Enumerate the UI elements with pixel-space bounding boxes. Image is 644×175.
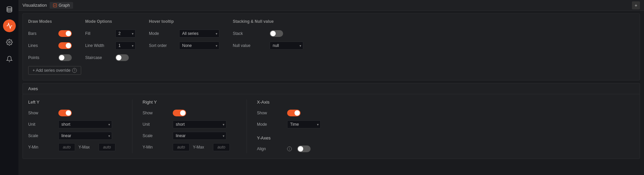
bars-toggle[interactable] [58, 30, 72, 37]
axes-header: Axes [22, 83, 640, 94]
x-axis-mode-select[interactable]: TimeSeriesHistogram [287, 120, 321, 128]
right-y-max-label: Y-Max [193, 145, 210, 150]
left-y-group: Left Y Show Unit shortbyteskbytespercent… [28, 100, 122, 153]
panel-section-top: Draw Modes Bars Lines Points [28, 19, 634, 62]
left-y-minmax-row: Y-Min Y-Max [28, 143, 122, 152]
bars-row: Bars [28, 29, 72, 38]
sidebar-icon-gear[interactable] [3, 36, 16, 49]
x-axis-show-toggle[interactable] [287, 110, 301, 116]
right-y-scale-label: Scale [143, 133, 169, 138]
fill-select-wrap: 20134 ▾ [115, 30, 136, 38]
divider-left-right [132, 100, 132, 153]
add-series-label: + Add series override [33, 68, 70, 73]
svg-point-1 [8, 42, 10, 43]
right-y-scale-select[interactable]: linearlog(base 2)log(base 10) [173, 132, 226, 140]
topbar-tab-graph[interactable]: Graph [50, 2, 73, 9]
null-value-select-wrap: nullconnectednull as zero ▾ [270, 42, 303, 50]
stacking-null-title: Stacking & Null value [233, 19, 303, 24]
y-axes-align-help-icon[interactable]: i [287, 147, 292, 151]
mode-options-group: Mode Options Fill 20134 ▾ Line Width [85, 19, 136, 62]
sidebar [0, 0, 18, 175]
lines-toggle[interactable] [58, 42, 72, 49]
right-y-unit-select-wrap: shortbyteskbytespercent ▾ [173, 120, 226, 128]
visualization-panel: Draw Modes Bars Lines Points [22, 13, 640, 80]
chart-icon [53, 3, 57, 7]
right-y-scale-row: Scale linearlog(base 2)log(base 10) ▾ [143, 131, 236, 140]
right-y-show-label: Show [143, 111, 169, 115]
topbar: Visualization Graph + [18, 0, 644, 11]
axes-title: Axes [28, 86, 38, 91]
stack-toggle[interactable] [270, 30, 283, 37]
sidebar-icon-database[interactable] [3, 3, 16, 16]
left-y-scale-label: Scale [28, 133, 55, 138]
points-label: Points [28, 55, 55, 60]
points-toggle[interactable] [58, 54, 72, 61]
axes-body: Left Y Show Unit shortbyteskbytespercent… [22, 94, 640, 159]
line-width-select-wrap: 12345 ▾ [115, 42, 136, 50]
tooltip-mode-select[interactable]: All seriesSingleHidden [179, 30, 219, 38]
plus-button[interactable]: + [632, 1, 640, 9]
left-y-show-toggle[interactable] [58, 110, 72, 116]
left-y-max-input[interactable] [99, 143, 115, 151]
left-y-scale-select-wrap: linearlog(base 2)log(base 10) ▾ [58, 132, 112, 140]
null-value-row: Null value nullconnectednull as zero ▾ [233, 41, 303, 50]
left-y-max-label: Y-Max [78, 145, 95, 150]
divider-right-x [247, 100, 247, 153]
left-y-unit-row: Unit shortbyteskbytespercent ▾ [28, 120, 122, 129]
y-axes-sub: Y-Axes Align i [257, 135, 331, 153]
x-axis-mode-row: Mode TimeSeriesHistogram ▾ [257, 120, 331, 129]
fill-label: Fill [85, 31, 112, 36]
points-row: Points [28, 53, 72, 62]
right-y-minmax-row: Y-Min Y-Max [143, 143, 236, 152]
lines-label: Lines [28, 43, 55, 48]
mode-options-title: Mode Options [85, 19, 136, 24]
sidebar-icon-bell[interactable] [3, 52, 16, 66]
left-y-show-row: Show [28, 109, 122, 117]
line-width-label: Line Width [85, 43, 112, 48]
line-width-row: Line Width 12345 ▾ [85, 41, 136, 50]
right-y-min-label: Y-Min [143, 145, 169, 150]
draw-modes-group: Draw Modes Bars Lines Points [28, 19, 72, 62]
y-axes-align-toggle[interactable] [297, 145, 311, 152]
add-series-override-button[interactable]: + Add series override ? [28, 66, 81, 75]
left-y-show-label: Show [28, 111, 55, 115]
right-y-unit-select[interactable]: shortbyteskbytespercent [173, 120, 226, 128]
stacking-null-group: Stacking & Null value Stack Null value n… [233, 19, 303, 50]
hover-tooltip-title: Hover tooltip [149, 19, 219, 24]
right-y-max-input[interactable] [213, 143, 230, 151]
sort-order-row: Sort order NoneIncreasingDecreasing ▾ [149, 41, 219, 50]
right-y-title: Right Y [143, 100, 236, 105]
x-axis-mode-select-wrap: TimeSeriesHistogram ▾ [287, 120, 321, 128]
null-value-select[interactable]: nullconnectednull as zero [270, 42, 303, 50]
sidebar-icon-chart[interactable] [3, 19, 16, 32]
sort-order-select-wrap: NoneIncreasingDecreasing ▾ [179, 42, 219, 50]
left-y-scale-select[interactable]: linearlog(base 2)log(base 10) [58, 132, 112, 140]
fill-select[interactable]: 20134 [115, 30, 136, 38]
right-y-unit-row: Unit shortbyteskbytespercent ▾ [143, 120, 236, 129]
left-y-unit-label: Unit [28, 122, 55, 127]
topbar-title: Visualization [22, 3, 47, 8]
left-y-min-input[interactable] [58, 143, 75, 151]
lines-row: Lines [28, 41, 72, 50]
y-axes-align-label: Align [257, 147, 284, 151]
right-y-group: Right Y Show Unit shortbyteskbytespercen… [143, 100, 236, 153]
null-value-label: Null value [233, 43, 266, 48]
line-width-select[interactable]: 12345 [115, 42, 136, 50]
right-y-min-input[interactable] [173, 143, 190, 151]
y-axes-align-row: Align i [257, 144, 331, 153]
x-axis-show-row: Show [257, 109, 331, 117]
staircase-toggle[interactable] [115, 54, 129, 61]
x-axis-mode-label: Mode [257, 122, 284, 127]
tooltip-mode-label: Mode [149, 31, 176, 36]
left-y-unit-select[interactable]: shortbyteskbytespercent [58, 120, 112, 128]
sort-order-label: Sort order [149, 43, 176, 48]
content-area: Draw Modes Bars Lines Points [18, 11, 644, 175]
fill-row: Fill 20134 ▾ [85, 29, 136, 38]
add-series-help-icon[interactable]: ? [72, 68, 77, 73]
stack-row: Stack [233, 29, 303, 38]
left-y-title: Left Y [28, 100, 122, 105]
right-y-show-toggle[interactable] [173, 110, 186, 116]
sort-order-select[interactable]: NoneIncreasingDecreasing [179, 42, 219, 50]
tooltip-mode-select-wrap: All seriesSingleHidden ▾ [179, 30, 219, 38]
svg-point-0 [7, 7, 12, 9]
